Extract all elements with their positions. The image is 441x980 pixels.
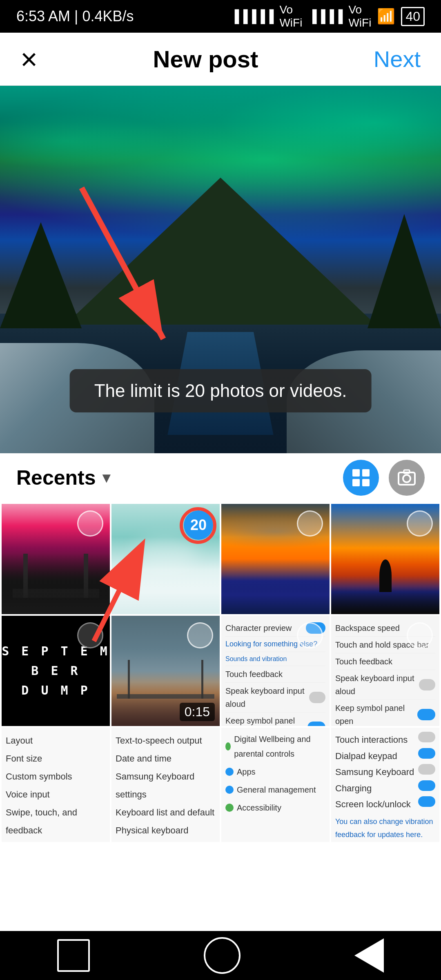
bottom-section: Recents ▾ xyxy=(0,453,441,980)
svg-rect-5 xyxy=(362,479,370,486)
text-content: S E P T E M B E RD U M P xyxy=(2,641,110,700)
selection-circle-selected[interactable]: 20 xyxy=(184,510,213,540)
wifi-icon: 📶 xyxy=(377,8,395,25)
grid-icon xyxy=(352,468,370,487)
close-button[interactable]: × xyxy=(20,45,38,74)
svg-point-7 xyxy=(403,475,410,482)
video-duration-badge: 0:15 xyxy=(180,703,215,721)
limit-tooltip: The limit is 20 photos or videos. xyxy=(70,369,372,412)
grid-view-button[interactable] xyxy=(343,460,379,496)
back-button[interactable] xyxy=(354,938,384,973)
camera-view-button[interactable] xyxy=(389,460,425,496)
list-item[interactable]: 20 xyxy=(111,504,220,614)
page-title: New post xyxy=(153,45,258,73)
signal-icon-2: ▐▐▐▐ xyxy=(308,9,343,23)
selection-circle[interactable] xyxy=(297,510,323,537)
status-icons: ▐▐▐▐▐ VoWiFi ▐▐▐▐ VoWiFi 📶 40 xyxy=(230,3,425,29)
home-button[interactable] xyxy=(204,937,241,974)
chevron-down-icon: ▾ xyxy=(102,469,110,486)
photo-grid: 20 xyxy=(0,502,441,728)
svg-rect-2 xyxy=(352,469,360,477)
svg-rect-4 xyxy=(352,479,360,486)
list-item[interactable]: Character preview Looking for something … xyxy=(221,616,330,726)
list-item[interactable]: S E P T E M B E RD U M P xyxy=(2,616,110,726)
vo-wifi-label-2: VoWiFi xyxy=(348,3,371,29)
selection-circle[interactable] xyxy=(297,622,323,648)
view-toggle xyxy=(343,460,425,496)
selection-circle[interactable] xyxy=(77,510,103,537)
recent-apps-button[interactable] xyxy=(57,939,90,972)
svg-rect-3 xyxy=(362,469,370,477)
navigation-bar xyxy=(0,931,441,980)
selection-circle[interactable] xyxy=(187,622,213,648)
list-item[interactable]: Backspace speed Touch and hold space bar… xyxy=(331,616,439,726)
selection-circle[interactable] xyxy=(77,622,103,648)
status-time: 6:53 AM | 0.4KB/s xyxy=(16,8,134,25)
list-item[interactable] xyxy=(221,504,330,614)
list-item[interactable]: Digital Wellbeing and parental controls … xyxy=(221,728,330,842)
battery-icon: 40 xyxy=(401,7,425,26)
list-item[interactable]: Text-to-speech output Date and time Sams… xyxy=(111,728,220,842)
list-item[interactable] xyxy=(2,504,110,614)
vo-wifi-label: VoWiFi xyxy=(279,3,302,29)
bottom-grid-partial: Layout Font size Custom symbols Voice in… xyxy=(0,728,441,842)
photo-grid-container: 20 xyxy=(0,502,441,842)
signal-icon: ▐▐▐▐▐ xyxy=(230,9,274,23)
next-button[interactable]: Next xyxy=(374,46,421,72)
recents-label: Recents xyxy=(16,466,96,490)
time-display: 6:53 AM | 0.4KB/s xyxy=(16,8,134,25)
recents-dropdown[interactable]: Recents ▾ xyxy=(16,466,110,490)
list-item[interactable]: Layout Font size Custom symbols Voice in… xyxy=(2,728,110,842)
list-item[interactable]: Touch interactions Dialpad keypad Samsun… xyxy=(331,728,439,842)
top-nav: × New post Next xyxy=(0,33,441,86)
status-bar: 6:53 AM | 0.4KB/s ▐▐▐▐▐ VoWiFi ▐▐▐▐ VoWi… xyxy=(0,0,441,33)
camera-icon xyxy=(397,468,416,487)
selection-circle[interactable] xyxy=(407,622,433,648)
recents-bar: Recents ▾ xyxy=(0,453,441,502)
main-preview-image: The limit is 20 photos or videos. xyxy=(0,86,441,453)
list-item[interactable] xyxy=(331,504,439,614)
list-item[interactable]: 0:15 xyxy=(111,616,220,726)
selection-circle[interactable] xyxy=(407,510,433,537)
